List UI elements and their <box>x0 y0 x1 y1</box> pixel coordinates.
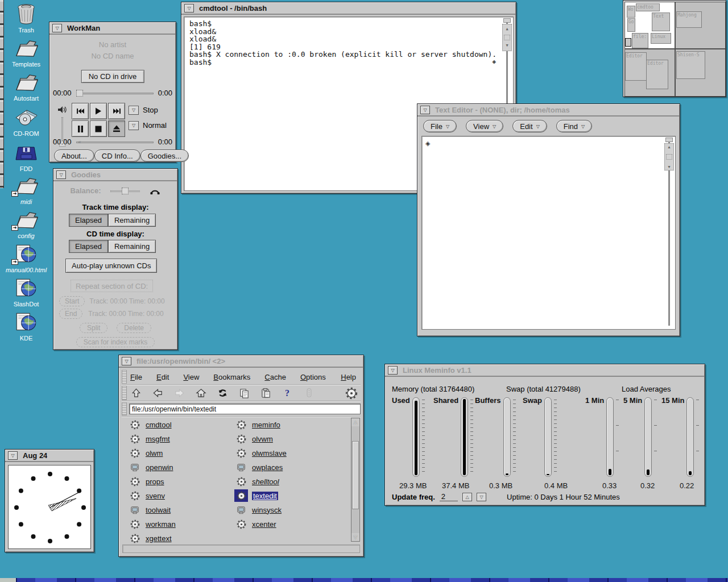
track-position-slider[interactable] <box>76 89 154 97</box>
cd-status-button[interactable]: No CD in drive <box>81 70 144 83</box>
play-mode-menu-button[interactable]: ▽ <box>129 106 139 115</box>
scroll-up-icon[interactable]: △ <box>351 418 359 426</box>
window-menu-button[interactable]: ▽ <box>184 4 194 13</box>
toolbar-grip[interactable] <box>122 386 127 400</box>
cd-elapsed-button[interactable]: Elapsed <box>69 240 108 253</box>
scrollbar-anchor[interactable] <box>665 138 673 142</box>
stop-light-icon[interactable] <box>302 387 316 400</box>
scroll-down-icon[interactable]: ▼ <box>667 165 671 169</box>
home-icon[interactable] <box>194 387 208 400</box>
desktop-icon-slashdot[interactable]: SlashDot <box>3 276 49 307</box>
list-item-selected[interactable]: textedit <box>234 490 278 501</box>
cd-info-button[interactable]: CD Info... <box>94 149 140 162</box>
slider-thumb[interactable] <box>122 188 129 194</box>
back-arrow-icon[interactable] <box>151 387 164 400</box>
desktop-icon-fdd[interactable]: FDD <box>3 141 49 172</box>
stop-button[interactable] <box>90 120 107 137</box>
pager-desktop-1-current[interactable]: Wo cmdtoo Go Text file: Linux <box>624 2 675 49</box>
list-item[interactable]: olvwm <box>234 433 273 444</box>
workman-titlebar[interactable]: ▽ WorkMan <box>49 22 176 35</box>
update-freq-input[interactable]: 2 <box>440 492 458 501</box>
settings-gear-icon[interactable] <box>345 387 358 400</box>
scrollbar-elevator[interactable]: ▲ ▼ <box>664 143 674 171</box>
desktop-icon-manual00-html[interactable]: ➜ manual00.html <box>3 242 49 273</box>
split-button[interactable]: Split <box>80 323 107 333</box>
window-menu-button[interactable]: ▽ <box>420 106 430 114</box>
menu-help[interactable]: Help <box>340 373 357 381</box>
toolbar-grip[interactable] <box>122 402 127 415</box>
menu-find[interactable]: Find▽ <box>556 120 592 132</box>
pause-button[interactable] <box>72 120 89 137</box>
list-item[interactable]: olwm <box>128 447 163 459</box>
up-arrow-icon[interactable] <box>129 387 143 400</box>
spin-down-button[interactable]: ▽ <box>477 493 486 501</box>
desktop-icon-midi[interactable]: ➜ midi <box>3 174 49 205</box>
scan-index-button[interactable]: Scan for index marks <box>76 337 155 347</box>
window-menu-button[interactable]: ▽ <box>122 357 131 365</box>
window-menu-button[interactable]: ▽ <box>52 24 62 32</box>
play-button[interactable] <box>90 103 107 119</box>
slider-thumb[interactable] <box>76 90 83 97</box>
list-item[interactable]: xgettext <box>128 533 172 544</box>
scroll-up-icon[interactable]: ▲ <box>506 26 508 34</box>
copy-icon[interactable] <box>237 387 251 400</box>
desktop-icon-templates[interactable]: Templates <box>3 36 49 68</box>
desktop-icon-kde[interactable]: KDE <box>3 310 49 342</box>
help-icon[interactable]: ? <box>280 387 294 400</box>
goodies-button[interactable]: Goodies... <box>140 149 189 162</box>
forward-arrow-icon[interactable] <box>172 387 186 400</box>
previous-track-button[interactable] <box>72 103 89 119</box>
meminfo-titlebar[interactable]: ▽ Linux Meminfo v1.1 <box>385 364 705 377</box>
filemanager-titlebar[interactable]: ▽ file:/usr/openwin/bin/ <2> <box>119 355 363 368</box>
next-track-button[interactable] <box>108 103 125 119</box>
desktop-icon-cdrom[interactable]: CD-ROM <box>3 106 49 137</box>
scroll-down-icon[interactable]: ▽ <box>351 533 359 541</box>
menu-view[interactable]: View <box>182 373 200 381</box>
list-item[interactable]: winsysck <box>234 504 282 516</box>
spin-up-button[interactable]: △ <box>462 493 472 501</box>
list-item[interactable]: openwin <box>128 462 173 473</box>
list-item[interactable]: msgfmt <box>128 433 170 444</box>
about-button[interactable]: About... <box>54 149 94 162</box>
end-button[interactable]: End <box>59 309 82 319</box>
pager-mini-cmdtool[interactable]: cmdtoo <box>636 3 660 11</box>
scrollbar-anchor[interactable] <box>503 18 511 23</box>
track-elapsed-button[interactable]: Elapsed <box>69 214 108 227</box>
scrollbar-thumb[interactable] <box>352 441 359 509</box>
track-remaining-button[interactable]: Remaining <box>108 214 156 227</box>
pager-mini-editor-1[interactable]: Editor <box>625 52 647 81</box>
menu-edit[interactable]: Edit <box>155 373 170 381</box>
cmdtool-titlebar[interactable]: ▽ cmdtool - /bin/bash <box>181 2 516 15</box>
pager-mini-workman[interactable]: Wo <box>627 6 635 18</box>
menu-view[interactable]: View▽ <box>466 120 503 132</box>
start-button[interactable]: Start <box>59 296 85 306</box>
pager-desktop-3[interactable]: Editor Editor <box>624 49 675 97</box>
pager-mini-editor-2[interactable]: Editor <box>646 60 668 89</box>
pager-mini-filemanager[interactable]: file: <box>632 33 648 48</box>
list-item[interactable]: owplaces <box>234 462 283 473</box>
menu-edit[interactable]: Edit▽ <box>512 120 547 132</box>
pager-desktop-2[interactable]: Mahjong <box>675 2 726 49</box>
desktop-icon-trash[interactable]: Trash <box>3 2 49 34</box>
repeat-section-button[interactable]: Repeat section of CD: <box>71 280 153 292</box>
scroll-down-icon[interactable]: ▼ <box>506 42 508 50</box>
scrollbar[interactable]: ▲ ▼ <box>664 138 675 328</box>
window-menu-button[interactable]: ▽ <box>8 451 18 460</box>
menu-file[interactable]: File <box>129 373 143 381</box>
toolbar-grip[interactable] <box>122 370 127 384</box>
text-edit-area[interactable]: ◈ ▲ ▼ <box>421 136 676 330</box>
list-item[interactable]: toolwait <box>128 504 171 516</box>
list-item[interactable]: props <box>128 476 164 487</box>
paste-icon[interactable] <box>259 387 272 400</box>
delete-button[interactable]: Delete <box>117 323 151 333</box>
balance-slider[interactable] <box>110 187 140 195</box>
list-item[interactable]: meminfo <box>234 419 280 430</box>
scroll-grip[interactable] <box>666 154 672 160</box>
pager-mini-goodies[interactable]: Go <box>627 18 635 32</box>
play-setting-menu-button[interactable]: ▽ <box>129 121 139 130</box>
list-item[interactable]: xcenter <box>234 518 276 530</box>
pager-mini-mahjong[interactable]: Mahjong <box>676 11 702 28</box>
pager-mini-texteditor[interactable]: Text <box>652 13 670 31</box>
menu-cache[interactable]: Cache <box>263 373 287 381</box>
pager-mini-clock[interactable] <box>625 38 631 47</box>
